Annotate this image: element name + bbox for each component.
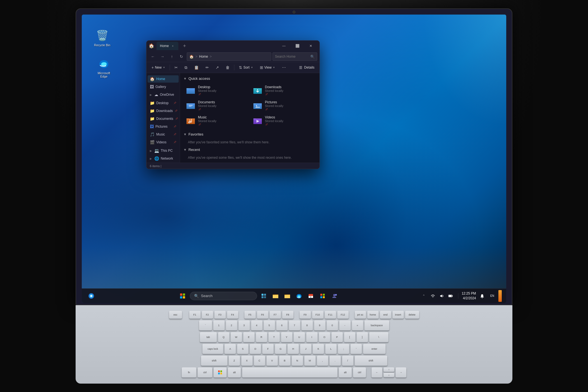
key-capslock[interactable]: caps lock <box>202 344 223 354</box>
key-o[interactable]: O <box>319 332 330 342</box>
key-tab[interactable]: tab <box>200 332 217 342</box>
start-button[interactable] <box>177 290 188 302</box>
forward-button[interactable]: → <box>158 52 167 61</box>
sidebar-item-videos[interactable]: 🎬 Videos 📌 <box>148 139 179 146</box>
key-f8[interactable]: F8 <box>282 311 293 319</box>
tab-new-button[interactable]: + <box>181 42 188 50</box>
key-d[interactable]: D <box>250 344 261 354</box>
more-button[interactable]: ⋯ <box>279 63 289 72</box>
key-t[interactable]: T <box>269 332 280 342</box>
quick-item-desktop[interactable]: Desktop Stored locally 📌 <box>183 83 249 97</box>
key-period[interactable]: . <box>330 356 341 366</box>
desktop-icon-recycle-bin[interactable]: 🗑️ Recycle Bin <box>92 27 112 48</box>
key-semicolon[interactable]: ; <box>338 344 349 354</box>
key-f5[interactable]: F5 <box>244 311 256 319</box>
key-k[interactable]: K <box>313 344 324 354</box>
key-f6[interactable]: F6 <box>257 311 268 319</box>
key-minus[interactable]: - <box>339 320 351 330</box>
folder-taskbar[interactable] <box>282 291 292 301</box>
store-taskbar[interactable] <box>318 291 328 301</box>
key-e[interactable]: E <box>243 332 255 342</box>
key-z[interactable]: Z <box>229 356 240 366</box>
sidebar-item-gallery[interactable]: 🖼 Gallery <box>148 83 179 90</box>
key-equals[interactable]: = <box>352 320 363 330</box>
key-r[interactable]: R <box>256 332 267 342</box>
key-2[interactable]: 2 <box>226 320 237 330</box>
edge-taskbar[interactable] <box>294 291 304 301</box>
key-lwin[interactable] <box>214 367 227 377</box>
key-p[interactable]: P <box>332 332 343 342</box>
minimize-button[interactable]: — <box>277 42 290 50</box>
key-esc[interactable]: esc <box>169 311 182 319</box>
maximize-button[interactable]: ⬜ <box>291 42 304 50</box>
key-delete[interactable]: delete <box>405 311 419 319</box>
key-backslash[interactable]: \ <box>369 332 388 342</box>
key-fn[interactable]: fn <box>182 367 196 377</box>
sidebar-item-this-pc[interactable]: ▶ 💻 This PC <box>148 147 179 154</box>
key-7[interactable]: 7 <box>289 320 300 330</box>
key-enter[interactable]: enter <box>363 344 386 354</box>
key-g[interactable]: G <box>275 344 286 354</box>
key-slash[interactable]: / <box>342 356 353 366</box>
sort-button[interactable]: ⇅ Sort ▼ <box>236 63 256 72</box>
file-explorer-taskbar[interactable] <box>270 291 281 301</box>
key-lbracket[interactable]: [ <box>344 332 355 342</box>
chevron-up-button[interactable]: ^ <box>420 292 428 300</box>
sidebar-item-onedrive[interactable]: ▶ ☁ OneDrive <box>148 91 179 98</box>
view-button[interactable]: ⊞ View ▼ <box>257 63 278 72</box>
key-rbracket[interactable]: ] <box>357 332 368 342</box>
key-x[interactable]: X <box>241 356 253 366</box>
new-button[interactable]: + New ▼ <box>149 63 168 72</box>
quick-item-pictures[interactable]: Pictures Stored locally 📌 <box>250 99 316 113</box>
key-right[interactable]: → <box>396 367 406 377</box>
sidebar-item-downloads[interactable]: 📁 Downloads 📌 <box>148 107 179 115</box>
teams-taskbar[interactable] <box>329 291 339 301</box>
back-button[interactable]: ← <box>149 52 157 61</box>
delete-button[interactable]: 🗑 <box>223 63 232 72</box>
battery-icon[interactable] <box>447 292 455 300</box>
copy-button[interactable]: ⧉ <box>182 63 190 72</box>
key-q[interactable]: Q <box>218 332 229 342</box>
notification-light[interactable] <box>498 290 502 302</box>
search-box[interactable]: 🔍 <box>272 52 317 61</box>
key-up[interactable]: ↑ <box>384 367 394 372</box>
quick-item-downloads[interactable]: Downloads Stored locally 📌 <box>250 83 316 97</box>
quick-item-music[interactable]: Music Stored locally 📌 <box>183 114 249 128</box>
key-space[interactable] <box>242 367 337 377</box>
key-s[interactable]: S <box>237 344 248 354</box>
close-button[interactable]: ✕ <box>304 42 317 50</box>
up-button[interactable]: ↑ <box>168 52 176 61</box>
key-quote[interactable]: ' <box>351 344 362 354</box>
key-down[interactable]: ↓ <box>384 373 394 377</box>
key-n[interactable]: N <box>292 356 303 366</box>
rename-button[interactable]: ✏ <box>203 63 212 72</box>
key-h[interactable]: H <box>288 344 299 354</box>
key-f11[interactable]: F11 <box>325 311 336 319</box>
key-end[interactable]: end <box>380 311 391 319</box>
key-rshift[interactable]: shift <box>355 356 387 366</box>
key-5[interactable]: 5 <box>264 320 275 330</box>
share-button[interactable]: ↗ <box>213 63 222 72</box>
key-9[interactable]: 9 <box>314 320 325 330</box>
key-3[interactable]: 3 <box>239 320 250 330</box>
key-u[interactable]: U <box>294 332 305 342</box>
key-f7[interactable]: F7 <box>270 311 281 319</box>
sidebar-item-network[interactable]: ▶ 🌐 Network <box>148 155 179 162</box>
language-indicator[interactable]: EN <box>488 292 496 300</box>
key-f[interactable]: F <box>262 344 274 354</box>
key-8[interactable]: 8 <box>302 320 313 330</box>
details-button[interactable]: ☰ Details <box>296 63 317 72</box>
key-backspace[interactable]: backspace <box>365 320 389 330</box>
key-lctrl[interactable]: ctrl <box>198 367 212 377</box>
key-6[interactable]: 6 <box>276 320 288 330</box>
taskbar-search[interactable]: 🔍 Search <box>190 292 257 300</box>
key-home[interactable]: home <box>367 311 379 319</box>
refresh-button[interactable]: ↻ <box>177 52 186 61</box>
sidebar-item-pictures[interactable]: 🖼 Pictures 📌 <box>148 123 179 130</box>
key-lshift[interactable]: shift <box>201 356 227 366</box>
key-lalt[interactable]: alt <box>228 367 241 377</box>
desktop-icon-edge[interactable]: Microsoft Edge <box>92 55 115 80</box>
sidebar-item-home[interactable]: 🏠 Home <box>148 75 179 83</box>
key-f4[interactable]: F4 <box>227 311 238 319</box>
recent-header[interactable]: ▼ Recent <box>183 148 316 152</box>
